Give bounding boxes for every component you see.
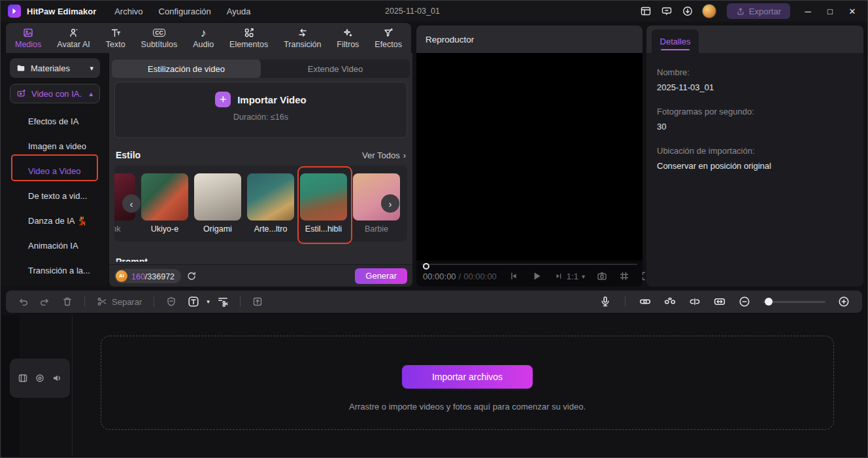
media-dropzone[interactable]: Importar archivos Arrastre o importe vid…	[101, 336, 834, 430]
timeline-zoom-slider[interactable]	[763, 301, 826, 303]
seek-bar[interactable]	[422, 264, 637, 265]
import-video-title: Importar Video	[237, 94, 307, 105]
text-tool-button[interactable]	[184, 293, 203, 310]
menu-ayuda[interactable]: Ayuda	[219, 7, 259, 16]
video-a-video-panel: Estilización de video Extende Video + Im…	[109, 53, 412, 287]
avatar-ai-icon	[69, 27, 79, 39]
ribbon-tabs: Medios Avatar AI Texto CC Subtítulos ♪ A…	[6, 23, 411, 53]
chevron-right-icon: ›	[403, 150, 406, 160]
download-icon[interactable]	[678, 3, 697, 19]
details-header: Detalles	[646, 26, 863, 53]
sidebar-item-efectos-ia[interactable]: Efectos de IA	[1, 109, 108, 133]
minimize-button[interactable]: ─	[798, 3, 818, 20]
text-icon	[110, 27, 121, 39]
refresh-icon[interactable]	[186, 271, 197, 281]
track-header	[10, 359, 70, 398]
sidebar-item-animacion-ia[interactable]: Animación IA	[1, 233, 108, 258]
style-carousel: ‹ › punk Ukiyo-e Origami Arte...ltro	[114, 166, 407, 241]
style-thumbnail-image[interactable]	[141, 173, 188, 220]
carousel-next-button[interactable]: ›	[381, 194, 399, 213]
tab-transicion[interactable]: Transición	[284, 27, 321, 49]
token-counter: AI 160/336972	[114, 269, 181, 283]
detail-field-nombre: Nombre: 2025-11-03_01	[657, 67, 853, 92]
tab-subtitulos[interactable]: CC Subtítulos	[141, 27, 178, 49]
subtitles-cc-icon: CC	[153, 27, 165, 39]
tab-filtros[interactable]: Filtros	[337, 27, 359, 49]
prompt-header: Prompt	[116, 256, 148, 262]
tab-efectos[interactable]: Efectos	[375, 27, 402, 49]
style-thumb-arte-filtro[interactable]: Arte...ltro	[247, 173, 294, 234]
zoom-out-button[interactable]	[735, 293, 754, 310]
tab-detalles[interactable]: Detalles	[652, 29, 699, 53]
play-button[interactable]	[531, 270, 542, 282]
safe-zone-grid-button[interactable]	[619, 271, 629, 281]
fit-timeline-button[interactable]	[710, 293, 729, 310]
video-preview-area[interactable]	[416, 53, 643, 260]
style-thumb-origami[interactable]: Origami	[194, 173, 241, 234]
speaker-icon[interactable]	[52, 373, 62, 383]
app-logo-icon	[8, 5, 21, 18]
style-thumb-ukiyo-e[interactable]: Ukiyo-e	[141, 173, 188, 234]
filmstrip-icon[interactable]	[18, 373, 28, 383]
chevron-up-icon: ▴	[89, 90, 93, 98]
import-video-dropzone[interactable]: + Importar Video Duración: ≤16s	[114, 82, 407, 138]
close-button[interactable]: ✕	[843, 3, 862, 20]
tab-extende-video[interactable]: Extende Video	[261, 60, 410, 78]
tab-texto[interactable]: Texto	[106, 27, 125, 49]
chevron-down-icon: ▾	[90, 64, 93, 73]
user-avatar[interactable]	[702, 4, 716, 18]
generate-bar: AI 160/336972 Generar	[109, 264, 412, 287]
export-clip-button[interactable]	[248, 293, 267, 310]
tab-audio[interactable]: ♪ Audio	[193, 27, 214, 49]
feedback-icon[interactable]	[658, 3, 676, 19]
sidebar-materiales[interactable]: Materiales ▾	[10, 58, 100, 78]
layout-panels-icon[interactable]	[637, 3, 655, 19]
ratio-selector[interactable]: 1:1 ▾	[554, 272, 585, 281]
app-name: HitPaw Edimakor	[27, 7, 96, 16]
visibility-icon[interactable]	[35, 373, 45, 383]
sidebar-item-danza-ia[interactable]: Danza de IA 💃	[1, 208, 108, 233]
zoom-in-button[interactable]	[835, 293, 853, 310]
menu-archivo[interactable]: Archivo	[107, 7, 150, 16]
separar-button[interactable]: Separar	[93, 296, 146, 307]
unlink-button[interactable]	[686, 293, 704, 310]
sidebar-item-transicion[interactable]: Transición a la...	[1, 258, 108, 283]
smart-cut-button[interactable]	[214, 293, 232, 310]
tokens-used: 160	[131, 272, 145, 281]
maximize-button[interactable]: □	[820, 3, 840, 20]
delete-button[interactable]	[58, 293, 76, 310]
menu-configuracion[interactable]: Configuración	[151, 7, 219, 16]
link-clips-button[interactable]	[636, 293, 654, 310]
tab-elementos[interactable]: Elementos	[229, 27, 268, 49]
zoom-slider-handle[interactable]	[765, 298, 773, 306]
style-thumbnail-image[interactable]	[247, 173, 294, 220]
ai-video-icon	[17, 89, 26, 98]
ver-todos-link[interactable]: Ver Todos ›	[362, 150, 406, 160]
marker-badge-button[interactable]	[162, 293, 180, 310]
redo-button[interactable]	[36, 293, 54, 310]
snapshot-button[interactable]	[597, 271, 607, 281]
app-window: HitPaw Edimakor Archivo Configuración Ay…	[0, 0, 868, 458]
track-header-divider	[72, 315, 73, 457]
sidebar-video-con-ia[interactable]: Video con IA. ▴	[10, 84, 100, 103]
titlebar: HitPaw Edimakor Archivo Configuración Ay…	[1, 1, 867, 22]
previous-frame-button[interactable]	[509, 271, 519, 281]
importar-archivos-button[interactable]: Importar archivos	[402, 365, 533, 389]
sidebar-item-texto-a-video[interactable]: De texto a vid...	[1, 183, 108, 208]
export-button[interactable]: Exportar	[727, 3, 790, 19]
generar-button[interactable]: Generar	[355, 268, 407, 284]
text-tool-caret[interactable]: ▾	[207, 298, 210, 305]
tab-avatar-ai[interactable]: Avatar AI	[57, 27, 90, 49]
microphone-button[interactable]	[596, 293, 614, 310]
undo-button[interactable]	[14, 293, 32, 310]
active-tab-underline	[661, 49, 690, 50]
timeline-area[interactable]: Importar archivos Arrastre o importe vid…	[1, 315, 867, 457]
style-thumbnail-image[interactable]	[194, 173, 241, 220]
time-total: 00:00:00	[463, 272, 497, 281]
split-link-button[interactable]	[661, 293, 679, 310]
carousel-prev-button[interactable]: ‹	[122, 194, 141, 213]
tokens-total: /336972	[145, 272, 175, 281]
elements-icon	[244, 27, 254, 39]
tab-medios[interactable]: Medios	[15, 27, 41, 49]
tab-estilizacion-de-video[interactable]: Estilización de video	[112, 60, 261, 78]
